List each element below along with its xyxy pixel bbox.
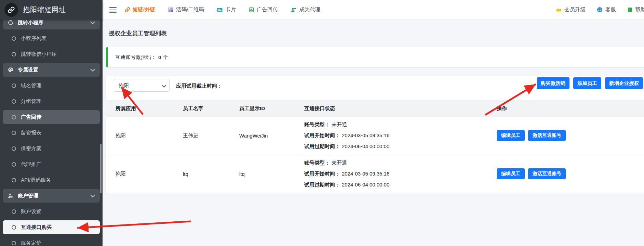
topnav-item[interactable]: 广告回传 <box>249 6 278 13</box>
cell-display-id: WangWeiJin <box>239 133 304 139</box>
sidebar-group-label: 账户管理 <box>18 193 91 199</box>
action-button[interactable]: 购买激活码 <box>537 77 570 89</box>
sidebar-item[interactable]: 跳转微信小程序 <box>3 47 100 61</box>
crown-icon <box>555 7 562 13</box>
alert-count: 0 <box>158 54 161 60</box>
topnav-right: 会员升级客服帮助 <box>555 0 644 20</box>
alert-unit: 个 <box>163 54 168 61</box>
user-settings-icon <box>8 193 14 199</box>
brand-title: 抱阳缩短网址 <box>23 5 66 14</box>
cell-status: 账号类型：未开通试用开始时间：2024-03-05 09:35:16试用过期时间… <box>304 160 497 188</box>
sidebar-scrollbar[interactable] <box>100 144 102 193</box>
sidebar-item-label: 账户设置 <box>21 208 41 215</box>
topnav-right-item[interactable]: 会员升级 <box>555 6 586 13</box>
topnav-item-label: 活码/二维码 <box>176 6 204 13</box>
topnav-item-label: 成为代理 <box>299 6 320 13</box>
page-title: 授权企业员工管理列表 <box>109 29 167 37</box>
table-body: 抱阳 王伟进 WangWeiJin 账号类型：未开通试用开始时间：2024-03… <box>106 117 644 193</box>
topnav-item-label: 帮助 <box>635 6 644 13</box>
sidebar-group-label: 跳转小程序 <box>18 20 91 26</box>
link-icon <box>124 7 130 13</box>
sidebar-menu: 跳转小程序小程序列表跳转微信小程序专属设置域名管理分组管理广告回传留资报表保密方… <box>0 20 103 246</box>
table-header-row: 所属应用员工名字员工显示ID互通接口状态操作 <box>106 100 644 117</box>
sidebar-group[interactable]: 专属设置 <box>3 63 100 77</box>
topnav-item-label: 广告回传 <box>257 6 278 13</box>
sidebar-item-label: 保密方案 <box>21 145 41 152</box>
bullet-circle-icon <box>12 178 16 182</box>
app-root: { "brand": { "title": "抱阳缩短网址", "logo_ic… <box>0 0 644 246</box>
sidebar-item-label: 互通接口购买 <box>21 224 52 231</box>
sidebar-item-label: 留资报表 <box>21 130 41 136</box>
cell-name: 王伟进 <box>183 132 239 139</box>
bullet-circle-icon <box>12 115 16 119</box>
topnav-item[interactable]: 卡片 <box>217 6 236 13</box>
bullet-circle-icon <box>12 241 16 245</box>
customer-service-icon <box>596 7 603 13</box>
jump-miniprogram-icon <box>8 20 14 26</box>
sidebar-item[interactable]: 保密方案 <box>3 142 100 155</box>
qr-code-icon <box>168 7 174 13</box>
status-line: 账号类型：未开通 <box>304 121 497 128</box>
bullet-circle-icon <box>12 162 16 167</box>
topnav-item[interactable]: 活码/二维码 <box>168 6 204 13</box>
row-action-button[interactable]: 激活互通账号 <box>528 168 566 179</box>
sidebar-item[interactable]: 小程序列表 <box>3 31 100 45</box>
sidebar-item-label: 跳转微信小程序 <box>21 51 57 57</box>
sidebar-item[interactable]: 分组管理 <box>3 94 100 108</box>
action-button[interactable]: 新增企业授权 <box>605 77 643 89</box>
sidebar-group[interactable]: 账户管理 <box>3 189 100 203</box>
sidebar-item[interactable]: API/源码服务 <box>3 173 100 187</box>
employee-list-card: 抱阳 应用试用截止时间： 购买激活码添加员工新增企业授权 所属应用员工名字员工显… <box>106 76 644 194</box>
activation-code-alert: 互通账号激活码：0个 <box>106 47 644 67</box>
card-actions: 购买激活码添加员工新增企业授权 <box>537 77 643 89</box>
topnav: 短链/外链活码/二维码卡片广告回传成为代理 <box>124 0 320 20</box>
bullet-circle-icon <box>12 146 16 151</box>
bullet-circle-icon <box>12 52 16 56</box>
topnav-item-label: 短链/外链 <box>133 6 155 13</box>
cell-status: 账号类型：未开通试用开始时间：2024-03-05 09:35:16试用过期时间… <box>304 121 497 150</box>
cell-actions: 编辑员工激活互通账号 <box>497 168 644 179</box>
topbar: 短链/外链活码/二维码卡片广告回传成为代理 会员升级客服帮助 <box>103 0 644 20</box>
bullet-circle-icon <box>12 83 16 88</box>
brand[interactable]: 抱阳缩短网址 <box>0 0 103 20</box>
cell-actions: 编辑员工激活互通账号 <box>497 130 644 141</box>
alert-label: 互通账号激活码： <box>115 54 156 61</box>
topnav-item[interactable]: 成为代理 <box>291 6 320 13</box>
sidebar-item[interactable]: 互通接口购买 <box>3 220 100 234</box>
sidebar-item-label: API/源码服务 <box>21 177 51 183</box>
table-header-cell: 互通接口状态 <box>304 105 497 112</box>
sidebar-item[interactable]: 账户设置 <box>3 205 100 218</box>
topnav-item[interactable]: 短链/外链 <box>124 6 155 13</box>
sidebar: 抱阳缩短网址 跳转小程序小程序列表跳转微信小程序专属设置域名管理分组管理广告回传… <box>0 0 103 246</box>
cell-app: 抱阳 <box>116 171 183 177</box>
sidebar-item[interactable]: 代理推广 <box>3 157 100 171</box>
topnav-right-item[interactable]: 客服 <box>596 6 616 13</box>
palette-icon <box>8 67 14 73</box>
row-action-button[interactable]: 编辑员工 <box>497 168 525 179</box>
sidebar-group[interactable]: 跳转小程序 <box>3 20 100 29</box>
bullet-circle-icon <box>12 36 16 41</box>
row-action-button[interactable]: 激活互通账号 <box>528 130 566 141</box>
sidebar-item[interactable]: 域名管理 <box>3 79 100 92</box>
row-action-button[interactable]: 编辑员工 <box>497 130 525 141</box>
become-agent-icon <box>291 7 297 13</box>
bullet-circle-icon <box>12 209 16 214</box>
topnav-right-item[interactable]: 帮助 <box>627 6 644 13</box>
hamburger-menu-icon[interactable] <box>109 7 117 14</box>
sidebar-item-label: 广告回传 <box>21 114 41 120</box>
app-select[interactable]: 抱阳 <box>114 79 170 92</box>
help-book-icon <box>627 7 633 13</box>
action-button[interactable]: 添加员工 <box>573 77 601 89</box>
status-line: 试用过期时间：2024-06-04 00:00:00 <box>304 143 497 150</box>
sidebar-item[interactable]: 广告回传 <box>3 110 100 124</box>
cell-name: ltq <box>183 171 239 177</box>
topnav-item-label: 卡片 <box>225 6 236 13</box>
trial-deadline-label: 应用试用截止时间： <box>176 83 222 89</box>
sidebar-item-label: 代理推广 <box>21 161 41 168</box>
status-line: 账号类型：未开通 <box>304 160 497 166</box>
chevron-down-icon <box>90 193 95 197</box>
chevron-down-icon <box>90 67 95 72</box>
table-header-cell: 员工显示ID <box>239 105 304 112</box>
sidebar-item[interactable]: 留资报表 <box>3 126 100 140</box>
sidebar-item[interactable]: 服务定价 <box>3 236 100 246</box>
